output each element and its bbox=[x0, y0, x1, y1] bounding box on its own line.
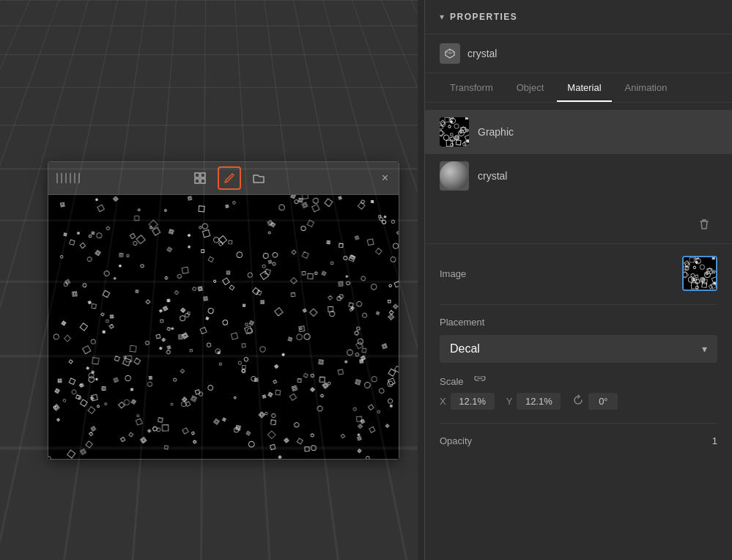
scale-x-label: X bbox=[440, 396, 446, 407]
divider bbox=[440, 304, 717, 305]
material-name-crystal: crystal bbox=[478, 170, 507, 182]
image-viewer-panel: × bbox=[48, 161, 399, 460]
frame-image-button[interactable] bbox=[188, 166, 212, 190]
placement-section: Placement Decal ▾ bbox=[440, 317, 717, 363]
edit-button[interactable] bbox=[218, 166, 241, 190]
scale-fields: X 12.1% Y 12.1% 0° bbox=[440, 393, 717, 410]
properties-content: Image Placement Decal ▾ Scale bbox=[425, 244, 732, 458]
image-prop-row: Image bbox=[440, 256, 717, 291]
scale-label: Scale bbox=[440, 376, 464, 387]
image-content bbox=[48, 195, 399, 459]
properties-title: PROPERTIES bbox=[450, 12, 517, 22]
svg-rect-1 bbox=[201, 173, 205, 177]
svg-rect-0 bbox=[195, 173, 199, 177]
scale-x-field: X 12.1% bbox=[440, 393, 495, 410]
viewer-tools bbox=[188, 166, 270, 190]
material-thumb-crystal bbox=[440, 161, 469, 191]
scale-y-value[interactable]: 12.1% bbox=[517, 393, 561, 410]
image-thumb-canvas bbox=[684, 257, 716, 290]
placement-label: Placement bbox=[440, 317, 717, 328]
rotation-field: 0° bbox=[572, 393, 618, 410]
divider-2 bbox=[440, 423, 717, 424]
delete-btn-row bbox=[425, 205, 732, 244]
close-button[interactable]: × bbox=[379, 169, 391, 188]
drag-handle[interactable] bbox=[56, 173, 81, 183]
placement-value: Decal bbox=[450, 342, 480, 355]
opacity-value[interactable]: 1 bbox=[712, 435, 717, 446]
tab-material[interactable]: Material bbox=[557, 73, 611, 102]
opacity-row: Opacity 1 bbox=[440, 435, 717, 446]
scale-y-label: Y bbox=[506, 396, 513, 407]
open-folder-button[interactable] bbox=[247, 166, 270, 190]
opacity-label: Opacity bbox=[440, 435, 472, 446]
object-name: crystal bbox=[467, 48, 497, 59]
svg-rect-2 bbox=[195, 179, 199, 183]
noise-texture-canvas bbox=[48, 195, 399, 459]
object-icon bbox=[440, 43, 460, 64]
scale-x-value[interactable]: 12.1% bbox=[451, 393, 495, 410]
material-list: Graphic crystal bbox=[425, 103, 732, 205]
properties-panel: ▾ PROPERTIES crystal Transform Object Ma… bbox=[424, 0, 732, 560]
object-row: crystal bbox=[425, 34, 732, 73]
placement-dropdown[interactable]: Decal ▾ bbox=[440, 335, 717, 363]
tab-object[interactable]: Object bbox=[506, 73, 555, 102]
material-name-graphic: Graphic bbox=[478, 126, 514, 138]
tab-animation[interactable]: Animation bbox=[615, 73, 678, 102]
rotation-icon bbox=[572, 394, 584, 408]
material-item-graphic[interactable]: Graphic bbox=[425, 110, 732, 154]
tabs-row: Transform Object Material Animation bbox=[425, 73, 732, 103]
delete-material-button[interactable] bbox=[691, 211, 717, 237]
material-thumb-graphic bbox=[440, 117, 469, 147]
image-label: Image bbox=[440, 268, 466, 279]
rotation-value[interactable]: 0° bbox=[588, 393, 618, 410]
properties-header: ▾ PROPERTIES bbox=[425, 0, 732, 34]
scale-y-field: Y 12.1% bbox=[506, 393, 561, 410]
image-viewer-header: × bbox=[48, 162, 399, 195]
crystal-sphere bbox=[440, 161, 469, 191]
material-thumb-canvas bbox=[440, 117, 469, 147]
svg-rect-3 bbox=[201, 179, 205, 183]
image-thumbnail-button[interactable] bbox=[682, 256, 717, 291]
dropdown-arrow-icon: ▾ bbox=[702, 343, 707, 355]
collapse-icon[interactable]: ▾ bbox=[440, 12, 444, 22]
link-scale-icon[interactable] bbox=[474, 376, 486, 387]
material-item-crystal[interactable]: crystal bbox=[425, 154, 732, 198]
scale-section: Scale X 12.1% Y 12.1% bbox=[440, 376, 717, 410]
tab-transform[interactable]: Transform bbox=[440, 73, 503, 102]
